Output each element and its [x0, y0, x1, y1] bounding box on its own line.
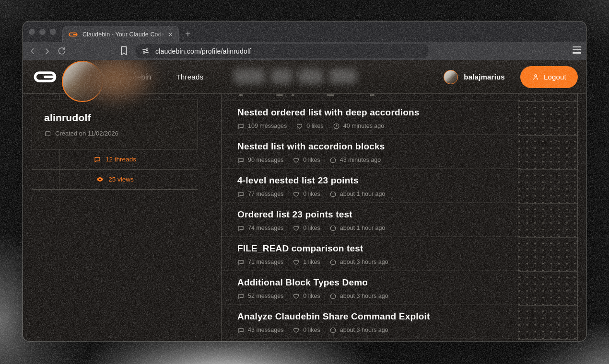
thread-row[interactable]: Ordered list 23 points test 74 messages … — [222, 203, 518, 237]
thread-title: Nested ordered list with deep accordions — [237, 107, 518, 118]
like-count: 0 likes — [303, 327, 320, 333]
site-header: Claudebin Threads balajmarius — [23, 60, 586, 94]
thread-row[interactable]: Nested ordered list with deep accordions… — [222, 101, 518, 135]
heart-icon — [293, 327, 300, 334]
blurred-heading — [234, 69, 357, 84]
page-content: alinrudolf Created on 11/02/2026 — [23, 94, 586, 341]
nav-item-claudebin[interactable]: Claudebin — [105, 73, 151, 81]
clock-icon — [329, 327, 337, 334]
thread-meta: 109 messages 0 likes 40 minutes ago — [237, 123, 518, 130]
thread-row[interactable]: 4-level nested list 23 points 77 message… — [222, 169, 518, 203]
clock-icon — [329, 293, 337, 300]
claudebin-logo-icon — [33, 70, 58, 83]
thread-title: 4-level nested list 23 points — [237, 175, 518, 186]
window-controls — [29, 29, 56, 35]
claudebin-page: Claudebin Threads balajmarius — [23, 60, 586, 341]
window-close-button[interactable] — [29, 29, 35, 35]
browser-toolbar: claudebin.com/profile/alinrudolf — [23, 42, 586, 60]
logout-button[interactable]: Logout — [520, 66, 578, 88]
message-icon — [237, 191, 245, 198]
tab-close-icon[interactable]: × — [168, 31, 173, 38]
heart-icon — [296, 123, 303, 130]
profile-card: alinrudolf Created on 11/02/2026 — [32, 100, 198, 149]
browser-menu-button[interactable] — [573, 46, 581, 54]
site-controls-icon — [141, 47, 150, 55]
like-count: 0 likes — [303, 225, 320, 231]
home-icon — [105, 73, 113, 81]
profile-created: Created on 11/02/2026 — [44, 130, 198, 137]
thread-row[interactable]: Additional Block Types Demo 52 messages … — [222, 271, 518, 305]
eye-icon — [96, 175, 104, 183]
grid-line — [518, 101, 577, 102]
back-icon — [28, 47, 37, 56]
clipped-thread-row[interactable] — [222, 94, 518, 101]
browser-titlebar: Claudebin - Your Claude Code × + — [23, 22, 586, 42]
thread-meta: 90 messages 0 likes 43 minutes ago — [237, 157, 518, 164]
stat-label: 25 views — [108, 176, 134, 183]
thread-title: Analyze Claudebin Share Command Exploit — [237, 311, 518, 322]
window-minimize-button[interactable] — [39, 29, 46, 35]
profile-avatar — [62, 61, 103, 102]
grid-line — [518, 237, 577, 238]
nav-label: Threads — [176, 73, 203, 81]
header-user-area: balajmarius Logout — [444, 60, 578, 94]
message-icon — [237, 327, 245, 334]
message-icon — [237, 293, 245, 300]
message-count: 74 messages — [248, 225, 283, 231]
nav-item-threads[interactable]: Threads — [176, 73, 203, 81]
message-count: 90 messages — [248, 157, 283, 163]
new-tab-button[interactable]: + — [185, 26, 191, 42]
message-icon — [237, 157, 245, 164]
created-label: Created on 11/02/2026 — [55, 130, 118, 137]
thread-meta: 43 messages 0 likes about 3 hours ago — [237, 327, 518, 334]
forward-button[interactable] — [40, 47, 54, 56]
grid-line — [518, 169, 577, 170]
heart-icon — [293, 225, 300, 232]
nav-label: Claudebin — [117, 73, 151, 81]
message-icon — [237, 225, 245, 232]
heart-icon — [293, 293, 300, 300]
grid-line — [518, 271, 577, 272]
bookmark-button[interactable] — [120, 46, 128, 58]
clipped-row-fragment — [370, 94, 375, 96]
logout-label: Logout — [544, 73, 566, 81]
thread-row[interactable]: Nested list with accordion blocks 90 mes… — [222, 135, 518, 169]
thread-row[interactable]: FILE_READ comparison test 71 messages 1 … — [222, 237, 518, 271]
url-bar[interactable]: claudebin.com/profile/alinrudolf — [136, 44, 428, 58]
thread-title: FILE_READ comparison test — [237, 243, 518, 254]
message-count: 52 messages — [248, 293, 283, 299]
reload-button[interactable] — [54, 46, 69, 56]
message-count: 43 messages — [248, 327, 283, 333]
thread-meta: 74 messages 0 likes about 1 hour ago — [237, 225, 518, 232]
reload-icon — [57, 46, 66, 56]
clipped-row-fragment — [292, 94, 294, 96]
thread-meta: 52 messages 0 likes about 3 hours ago — [237, 293, 518, 300]
desktop-background: Claudebin - Your Claude Code × + — [0, 0, 609, 364]
like-count: 0 likes — [303, 191, 320, 197]
thread-list: Nested ordered list with deep accordions… — [221, 94, 518, 341]
clipped-row-fragment — [239, 94, 243, 96]
heart-icon — [293, 191, 300, 198]
timestamp: about 3 hours ago — [340, 293, 388, 299]
clock-icon — [329, 157, 337, 164]
like-count: 0 likes — [303, 157, 320, 163]
clipped-row-fragment — [327, 94, 334, 96]
stat-threads: 12 threads — [32, 149, 198, 170]
heart-icon — [293, 259, 300, 266]
message-icon — [237, 123, 245, 130]
thread-row[interactable]: Analyze Claudebin Share Command Exploit … — [222, 305, 518, 339]
grid-line — [518, 339, 577, 340]
grid-line — [518, 135, 577, 136]
site-nav: Claudebin Threads — [105, 60, 203, 94]
timestamp: about 3 hours ago — [340, 327, 388, 333]
stat-label: 12 threads — [105, 156, 136, 163]
like-count: 0 likes — [306, 123, 323, 129]
window-zoom-button[interactable] — [50, 29, 56, 35]
thread-title: Additional Block Types Demo — [237, 277, 518, 288]
browser-tab[interactable]: Claudebin - Your Claude Code × — [62, 26, 179, 42]
bookmark-icon — [120, 46, 128, 56]
thread-meta: 71 messages 1 likes about 3 hours ago — [237, 259, 518, 266]
clipped-row-fragment — [276, 94, 283, 96]
tab-title: Claudebin - Your Claude Code — [82, 31, 166, 38]
back-button[interactable] — [25, 47, 40, 56]
